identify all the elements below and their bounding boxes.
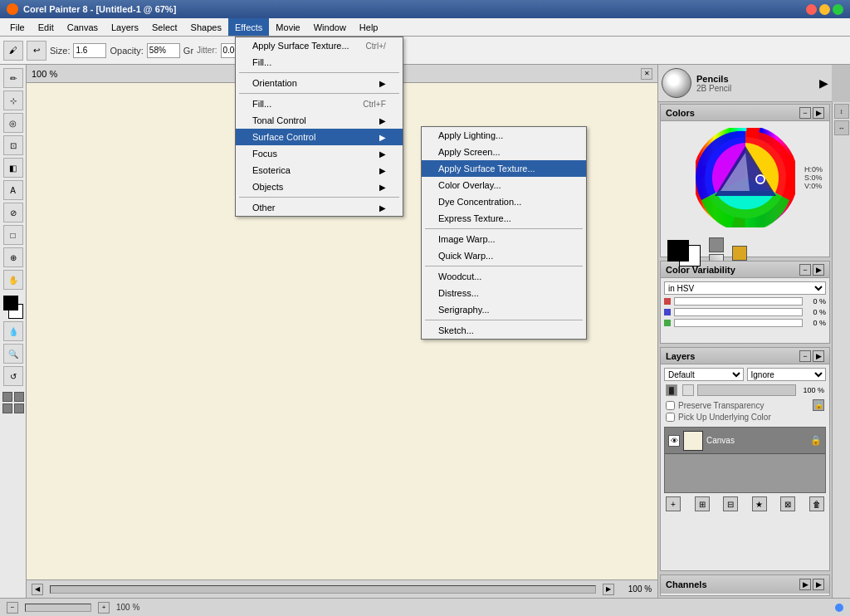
submenu-sketch[interactable]: Sketch... [422,322,586,339]
media-btn-2[interactable] [14,392,24,402]
scroll-right-btn[interactable]: ▶ [603,584,614,595]
submenu-apply-surface-texture[interactable]: Apply Surface Texture... [422,160,586,177]
maximize-button[interactable] [833,4,843,15]
color-wheel-svg[interactable] [696,128,795,227]
menu-surface-control[interactable]: Surface Control ▶ [236,129,403,145]
submenu-serigraphy[interactable]: Serigraphy... [422,301,586,318]
colors-panel-header[interactable]: Colors − ▶ [661,105,829,121]
submenu-apply-screen[interactable]: Apply Screen... [422,144,586,160]
media-btn-1[interactable] [2,392,12,402]
canvas-close-btn[interactable]: ✕ [641,68,652,80]
variability-panel-collapse[interactable]: − [799,264,811,276]
media-btn-4[interactable] [14,403,24,413]
h-slider[interactable] [674,297,803,306]
fill-tool[interactable]: ◧ [3,158,23,178]
shape-tool[interactable]: □ [3,225,23,245]
submenu-apply-lighting[interactable]: Apply Lighting... [422,127,586,144]
menu-shapes[interactable]: Shapes [184,18,228,36]
s-slider[interactable] [674,308,803,316]
crop-tool[interactable]: ⊡ [3,135,23,155]
fg-swatch[interactable] [667,240,689,262]
menu-focus[interactable]: Focus ▶ [236,145,403,162]
zoom-tool[interactable]: ⊕ [3,247,23,267]
merge-layer-btn[interactable]: ⊠ [780,496,795,511]
submenu-image-warp[interactable]: Image Warp... [422,231,586,247]
status-zoom-out[interactable]: − [7,602,18,614]
menu-window[interactable]: Window [307,18,353,36]
color-extra-swatch[interactable] [732,246,747,261]
menu-esoterica[interactable]: Esoterica ▶ [236,162,403,178]
scroll-left-btn[interactable]: ◀ [32,584,43,595]
delete-layer-btn[interactable]: 🗑 [809,496,824,511]
brush-preview[interactable] [662,68,691,98]
submenu-color-overlay[interactable]: Color Overlay... [422,177,586,193]
menu-edit[interactable]: Edit [32,18,61,36]
layer-ignore-select[interactable]: Ignore [747,368,827,381]
submenu-distress[interactable]: Distress... [422,285,586,301]
menu-orientation[interactable]: Orientation ▶ [236,75,403,91]
brush-expand-arrow[interactable]: ▶ [819,76,828,90]
menu-layers[interactable]: Layers [105,18,145,36]
menu-help[interactable]: Help [353,18,385,36]
add-layer-btn[interactable]: + [666,496,681,511]
colors-panel-collapse[interactable]: − [799,107,811,119]
channels-menu-btn[interactable]: ▶ [813,579,824,590]
menu-movie[interactable]: Movie [269,18,306,36]
submenu-quick-warp[interactable]: Quick Warp... [422,247,586,264]
menu-fill[interactable]: Fill... [236,54,403,71]
channels-panel-header[interactable]: Channels ▶ ▶ [661,575,829,594]
size-input[interactable] [73,43,106,58]
hand-tool[interactable]: ✋ [3,270,23,290]
magnifier-tool[interactable]: 🔍 [3,344,23,364]
status-zoom-slider[interactable] [25,604,91,612]
brush-tool[interactable]: ✏ [3,68,23,88]
group-layer-btn[interactable]: ⊟ [723,496,738,511]
preserve-transparency-check[interactable] [666,401,675,410]
window-controls[interactable] [806,4,843,15]
menu-apply-surface-texture[interactable]: Apply Surface Texture... Ctrl+/ [236,37,403,54]
layers-panel-collapse[interactable]: − [799,350,811,362]
pen-tool[interactable]: ⊘ [3,203,23,222]
menu-other[interactable]: Other ▶ [236,199,403,216]
channels-collapse-btn[interactable]: ▶ [799,579,811,590]
menu-objects[interactable]: Objects ▶ [236,178,403,195]
lasso-tool[interactable]: ◎ [3,113,23,133]
layers-panel-header[interactable]: Layers − ▶ [661,348,829,364]
table-row[interactable]: 👁 Canvas 🔒 [665,428,825,454]
text-tool[interactable]: A [3,180,23,200]
close-button[interactable] [806,4,817,15]
foreground-color-swatch[interactable] [3,296,18,310]
status-zoom-in[interactable]: + [98,602,110,614]
h-scrollbar[interactable] [50,585,596,594]
effects-layer-btn[interactable]: ★ [752,496,767,511]
submenu-woodcut[interactable]: Woodcut... [422,268,586,285]
layer-mode-select[interactable]: Default [664,368,744,381]
variability-mode-select[interactable]: in HSV [664,281,826,295]
media-btn-3[interactable] [2,403,12,413]
menu-file[interactable]: File [3,18,32,36]
layers-panel-menu[interactable]: ▶ [813,350,824,362]
v-slider[interactable] [674,319,803,327]
menu-canvas[interactable]: Canvas [61,18,105,36]
menu-tonal-control[interactable]: Tonal Control ▶ [236,112,403,129]
opacity-slider[interactable] [697,384,796,396]
opacity-input[interactable] [147,43,180,58]
menu-fill-2[interactable]: Fill... Ctrl+F [236,95,403,112]
menu-effects[interactable]: Effects [228,18,269,36]
pick-up-color-check[interactable] [666,413,675,422]
submenu-dye-concentration[interactable]: Dye Concentration... [422,193,586,210]
minimize-button[interactable] [819,4,830,15]
undo-tool-btn[interactable]: ↩ [27,41,46,61]
submenu-express-texture[interactable]: Express Texture... [422,210,586,227]
copy-layer-btn[interactable]: ⊞ [695,496,710,511]
variability-panel-menu[interactable]: ▶ [813,264,824,276]
brush-tool-btn[interactable]: 🖌 [3,41,23,61]
selection-tool[interactable]: ⊹ [3,90,23,110]
dropper-tool[interactable]: 💧 [3,321,23,341]
colors-panel-menu[interactable]: ▶ [813,107,824,119]
menu-select[interactable]: Select [145,18,184,36]
rt-btn-2[interactable]: ↔ [834,120,849,135]
rotate-tool[interactable]: ↺ [3,366,23,386]
layer-visibility-toggle[interactable]: 👁 [668,435,680,447]
rt-btn-1[interactable]: ↕ [834,104,849,119]
